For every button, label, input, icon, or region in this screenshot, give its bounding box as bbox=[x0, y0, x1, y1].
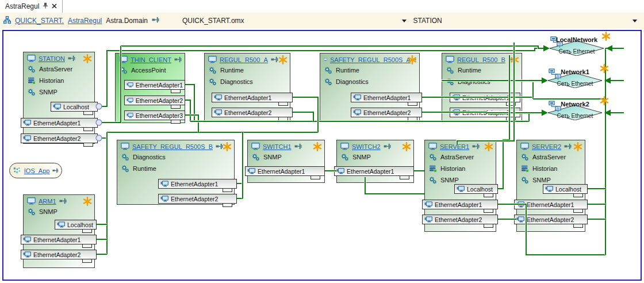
adapter-icon bbox=[53, 104, 61, 110]
port-arm1-ethernetadapter2[interactable]: EthernetAdapter2 bbox=[21, 250, 97, 259]
connector-icon bbox=[384, 143, 391, 150]
wire-arrowhead bbox=[604, 78, 611, 84]
node-title-link[interactable]: REGUL_R500_A bbox=[220, 56, 268, 63]
gear-icon bbox=[446, 66, 454, 74]
network-network2[interactable]: Network2 Сеть Ethernet bbox=[548, 105, 602, 120]
connector-icon bbox=[152, 17, 159, 25]
modified-star bbox=[484, 142, 493, 154]
port-regul_r500_b-ethernetadapter2[interactable]: EthernetAdapter2 bbox=[450, 108, 520, 117]
network-network1[interactable]: Network1 Сеть Ethernet bbox=[548, 73, 602, 88]
pin-icon[interactable] bbox=[43, 2, 48, 10]
connector-icon bbox=[52, 167, 59, 174]
node-header: STATION bbox=[24, 52, 94, 63]
breadcrumb-toolbar: QUICK_START. AstraRegul Astra.Domain QUI… bbox=[0, 13, 644, 28]
node-title-link[interactable]: SAFETY_REGUL_R500S_B bbox=[132, 143, 213, 150]
selection-dropdown[interactable]: STATION bbox=[410, 13, 641, 28]
port-server1-ethernetadapter2[interactable]: EthernetAdapter2 bbox=[422, 215, 498, 224]
port-regul_r500_a-ethernetadapter2[interactable]: EthernetAdapter2 bbox=[212, 108, 293, 117]
node-title-link[interactable]: REGUL_R500_B bbox=[457, 56, 505, 63]
modified-star bbox=[510, 55, 519, 67]
monitor-icon bbox=[520, 143, 529, 150]
changed-star-icon bbox=[600, 64, 609, 73]
network-subtitle: Сеть Ethernet bbox=[550, 48, 604, 55]
close-icon[interactable] bbox=[52, 2, 57, 10]
port-regul_r500_a-ethernetadapter1[interactable]: EthernetAdapter1 bbox=[212, 93, 293, 102]
monitor-icon bbox=[324, 56, 327, 63]
modified-star bbox=[601, 32, 611, 43]
file-dropdown[interactable]: QUICK_START.omx bbox=[179, 13, 410, 28]
wire-arrowhead bbox=[606, 45, 612, 52]
port-switch1-ethernetadapter1[interactable]: EthernetAdapter1 bbox=[245, 166, 325, 176]
adapter-icon bbox=[126, 82, 133, 89]
breadcrumb: QUICK_START. AstraRegul Astra.Domain bbox=[3, 16, 159, 25]
monitor-icon bbox=[27, 197, 36, 205]
node-item-snmp: SNMP bbox=[24, 86, 94, 98]
org-chart-icon bbox=[3, 16, 11, 25]
port-server2-localhost[interactable]: Localhost bbox=[543, 184, 588, 194]
node-title-link[interactable]: SERVER1 bbox=[440, 143, 469, 150]
monitor-icon bbox=[428, 143, 437, 150]
wire-arrowhead bbox=[542, 110, 548, 116]
modified-star bbox=[408, 55, 417, 67]
tab-title: AstraRegul bbox=[5, 2, 39, 10]
node-item-accesspoint: AccessPoint bbox=[116, 64, 185, 76]
node-title-link[interactable]: SERVER2 bbox=[532, 143, 561, 150]
adapter-icon bbox=[214, 109, 222, 116]
port-regul_r500_b-ethernetadapter1[interactable]: EthernetAdapter1 bbox=[450, 93, 520, 102]
node-title-link[interactable]: THIN_CLIENT bbox=[131, 56, 171, 63]
connector-icon bbox=[472, 143, 480, 150]
node-title-link[interactable]: IOS_App bbox=[24, 167, 50, 174]
gear-icon bbox=[28, 65, 36, 73]
port-thin_client-ethernetadapter2[interactable]: EthernetAdapter2 bbox=[124, 95, 185, 105]
port-station-ethernetadapter1[interactable]: EthernetAdapter1 bbox=[21, 118, 98, 128]
selection-dropdown-value: STATION bbox=[413, 17, 442, 25]
network-subtitle: Сеть Ethernet bbox=[548, 113, 602, 119]
network-localnetwork[interactable]: LocalNetwork Сеть Ethernet bbox=[550, 41, 604, 56]
connector-icon bbox=[271, 56, 278, 63]
breadcrumb-root-link[interactable]: QUICK_START. bbox=[15, 17, 64, 25]
port-safety_regul_r500s_a-ethernetadapter2[interactable]: EthernetAdapter2 bbox=[351, 108, 422, 117]
network-name: Network2 bbox=[548, 101, 602, 108]
adapter-icon bbox=[457, 186, 465, 193]
port-arm1-localhost[interactable]: Localhost bbox=[55, 220, 97, 230]
node-title-link[interactable]: SWITCH1 bbox=[263, 143, 292, 150]
monitor-icon bbox=[251, 143, 260, 150]
node-title-link[interactable]: STATION bbox=[39, 55, 65, 62]
gear-icon bbox=[446, 78, 454, 86]
port-switch2-ethernetadapter1[interactable]: EthernetAdapter1 bbox=[334, 166, 414, 176]
port-server2-ethernetadapter2[interactable]: EthernetAdapter2 bbox=[514, 215, 588, 224]
port-thin_client-ethernetadapter1[interactable]: EthernetAdapter1 bbox=[124, 80, 185, 90]
port-arm1-ethernetadapter1[interactable]: EthernetAdapter1 bbox=[21, 235, 97, 244]
node-title-link[interactable]: SWITCH2 bbox=[352, 143, 381, 150]
port-station-ethernetadapter2[interactable]: EthernetAdapter2 bbox=[21, 133, 98, 143]
adapter-icon bbox=[23, 120, 31, 127]
port-station-localhost[interactable]: Localhost bbox=[51, 102, 98, 112]
adapter-icon bbox=[452, 94, 460, 101]
node-title-link[interactable]: SAFETY_REGUL_R500S_A bbox=[330, 56, 411, 63]
connector-icon bbox=[294, 143, 302, 150]
port-safety_regul_r500s_a-ethernetadapter1[interactable]: EthernetAdapter1 bbox=[351, 93, 422, 102]
breadcrumb-app-link[interactable]: AstraRegul bbox=[68, 17, 102, 25]
monitor-icon bbox=[446, 56, 454, 63]
port-server1-ethernetadapter1[interactable]: EthernetAdapter1 bbox=[422, 200, 498, 209]
adapter-icon bbox=[424, 216, 432, 223]
dropdown-arrow-icon[interactable] bbox=[632, 20, 637, 25]
node-title-link[interactable]: ARM1 bbox=[39, 198, 56, 205]
document-tab[interactable]: AstraRegul bbox=[0, 0, 63, 13]
diagram-canvas[interactable]: STATION AstraServer Historian SNMP Local… bbox=[2, 30, 642, 281]
monitor-icon bbox=[340, 143, 349, 150]
port-safety_regul_r500s_b-ethernetadapter2[interactable]: EthernetAdapter2 bbox=[158, 194, 237, 204]
adapter-icon bbox=[452, 109, 460, 116]
changed-star-icon bbox=[223, 142, 232, 151]
adapter-icon bbox=[126, 112, 133, 119]
node-IOS_App[interactable]: IOS_App bbox=[9, 163, 62, 178]
app-icon bbox=[13, 166, 21, 175]
port-safety_regul_r500s_b-ethernetadapter1[interactable]: EthernetAdapter1 bbox=[158, 179, 237, 189]
node-item-diagnostics: Diagnostics bbox=[442, 76, 522, 87]
gear-icon bbox=[521, 153, 529, 161]
dropdown-arrow-icon[interactable] bbox=[402, 20, 407, 25]
port-server2-ethernetadapter1[interactable]: EthernetAdapter1 bbox=[514, 200, 588, 209]
port-server1-localhost[interactable]: Localhost bbox=[454, 184, 498, 194]
node-item-historian: Historian bbox=[517, 163, 585, 174]
port-thin_client-ethernetadapter3[interactable]: EthernetAdapter3 bbox=[124, 110, 185, 120]
